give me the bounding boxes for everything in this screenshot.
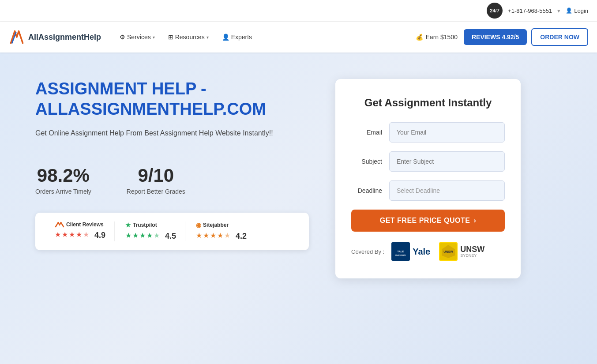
trustpilot-icon: ★ <box>125 221 131 229</box>
star-3: ★ <box>69 230 75 239</box>
form-title: Get Assignment Instantly <box>351 97 505 109</box>
yale-text: Yale <box>413 247 430 257</box>
nav-links: ⚙ Services ▾ ⊞ Resources ▾ 👤 Experts <box>114 30 257 44</box>
trustpilot-score: 4.5 <box>165 232 176 241</box>
stat-grades-label: Report Better Grades <box>127 188 185 195</box>
top-bar: 24/7 +1-817-968-5551 ▾ Login <box>0 0 597 22</box>
client-review-row: ★ ★ ★ ★ ★ 4.9 <box>55 230 105 240</box>
unsw-text: UNSW <box>460 245 484 253</box>
covered-logos: YALE UNIVERSITY Yale UNSW <box>391 242 484 261</box>
reviews-card: Client Reviews ★ ★ ★ ★ ★ 4.9 ★ <box>35 213 309 250</box>
nav-experts[interactable]: 👤 Experts <box>217 30 257 44</box>
submit-button[interactable]: GET FREE PRICE QUOTE › <box>351 210 505 232</box>
chevron-down-icon: ▾ <box>153 35 155 40</box>
email-label: Email <box>351 129 382 136</box>
svg-text:UNIVERSITY: UNIVERSITY <box>395 254 406 256</box>
order-button[interactable]: ORDER NOW <box>531 28 588 46</box>
star-3: ★ <box>139 231 146 240</box>
subject-input[interactable] <box>389 151 505 172</box>
star-3: ★ <box>210 231 216 240</box>
star-5: ★ <box>154 231 160 240</box>
star-1: ★ <box>55 230 61 239</box>
hero-subtitle: Get Online Assignment Help From Best Ass… <box>35 128 309 139</box>
trustpilot-review-row: ★ ★ ★ ★ ★ 4.5 <box>125 231 176 241</box>
phone-number[interactable]: +1-817-968-5551 <box>508 8 552 14</box>
chevron-down-icon: ▾ <box>207 35 209 40</box>
trustpilot-stars: ★ ★ ★ ★ ★ <box>125 231 160 240</box>
star-5: ★ <box>224 231 230 240</box>
nav-resources[interactable]: ⊞ Resources ▾ <box>163 30 214 44</box>
subject-group: Subject <box>351 151 505 172</box>
yale-shield-icon: YALE UNIVERSITY <box>391 242 410 261</box>
form-card: Get Assignment Instantly Email Subject D… <box>335 79 521 278</box>
subject-label: Subject <box>351 158 382 165</box>
sitejabber-icon: ◉ <box>196 221 201 229</box>
money-icon: 💰 <box>416 34 423 41</box>
covered-section: Covered By : YALE UNIVERSITY Yale <box>351 242 505 261</box>
nav-services[interactable]: ⚙ Services ▾ <box>114 30 160 44</box>
sitejabber-stars: ★ ★ ★ ★ ★ <box>196 231 230 240</box>
star-4: ★ <box>217 231 223 240</box>
star-4: ★ <box>146 231 153 240</box>
deadline-label: Deadline <box>351 187 382 194</box>
grid-icon: ⊞ <box>168 34 173 41</box>
trustpilot-label: ★ Trustpilot <box>125 221 157 229</box>
left-panel: ASSIGNMENT HELP - ALLASSIGNMENTHELP.COM … <box>35 79 309 250</box>
stat-grades-number: 9/10 <box>127 165 185 186</box>
earn-button[interactable]: 💰 Earn $1500 <box>409 30 464 44</box>
review-client: Client Reviews ★ ★ ★ ★ ★ 4.9 <box>46 221 115 241</box>
covered-label: Covered By : <box>351 248 384 255</box>
stat-orders: 98.2% Orders Arrive Timely <box>35 165 91 195</box>
star-4: ★ <box>76 230 82 239</box>
client-logo-icon <box>55 221 64 228</box>
navbar: AllAssignmentHelp ⚙ Services ▾ ⊞ Resourc… <box>0 22 597 53</box>
star-1: ★ <box>196 231 202 240</box>
logo-text: AllAssignmentHelp <box>28 33 101 42</box>
sitejabber-review-row: ★ ★ ★ ★ ★ 4.2 <box>196 231 247 241</box>
sitejabber-label: ◉ Sitejabber <box>196 221 229 229</box>
star-2: ★ <box>62 230 68 239</box>
reviews-button[interactable]: REVIEWS 4.92/5 <box>464 29 527 45</box>
client-reviews-label: Client Reviews <box>55 221 104 228</box>
arrow-right-icon: › <box>473 217 476 225</box>
star-5: ★ <box>83 230 89 239</box>
logo[interactable]: AllAssignmentHelp <box>9 29 101 45</box>
review-sitejabber: ◉ Sitejabber ★ ★ ★ ★ ★ 4.2 <box>185 221 255 241</box>
person-icon: 👤 <box>222 34 229 41</box>
gear-icon: ⚙ <box>120 34 125 41</box>
review-trustpilot: ★ Trustpilot ★ ★ ★ ★ ★ 4.5 <box>115 221 185 241</box>
stat-grades: 9/10 Report Better Grades <box>127 165 185 195</box>
svg-text:YALE: YALE <box>397 250 404 253</box>
unsw-sub: SYDNEY <box>460 253 484 258</box>
login-link[interactable]: Login <box>566 8 588 14</box>
sitejabber-score: 4.2 <box>236 232 247 241</box>
deadline-select[interactable]: Select Deadline 1 Day 3 Days 1 Week <box>389 180 505 201</box>
unsw-shield-icon: UNSW <box>439 242 458 261</box>
email-group: Email <box>351 122 505 143</box>
star-2: ★ <box>203 231 209 240</box>
main-content: ASSIGNMENT HELP - ALLASSIGNMENTHELP.COM … <box>0 53 597 296</box>
star-1: ★ <box>125 231 131 240</box>
client-score: 4.9 <box>94 231 105 240</box>
phone-dropdown-icon[interactable]: ▾ <box>557 8 560 14</box>
stat-orders-label: Orders Arrive Timely <box>35 188 91 195</box>
stat-orders-number: 98.2% <box>35 165 91 186</box>
star-2: ★ <box>132 231 139 240</box>
hero-title: ASSIGNMENT HELP - ALLASSIGNMENTHELP.COM <box>35 79 309 119</box>
email-input[interactable] <box>389 122 505 143</box>
unsw-logo: UNSW UNSW SYDNEY <box>439 242 484 261</box>
stats-section: 98.2% Orders Arrive Timely 9/10 Report B… <box>35 165 309 195</box>
availability-badge: 24/7 <box>487 3 503 19</box>
client-stars: ★ ★ ★ ★ ★ <box>55 230 89 239</box>
yale-logo: YALE UNIVERSITY Yale <box>391 242 430 261</box>
deadline-group: Deadline Select Deadline 1 Day 3 Days 1 … <box>351 180 505 201</box>
svg-text:UNSW: UNSW <box>444 250 454 253</box>
